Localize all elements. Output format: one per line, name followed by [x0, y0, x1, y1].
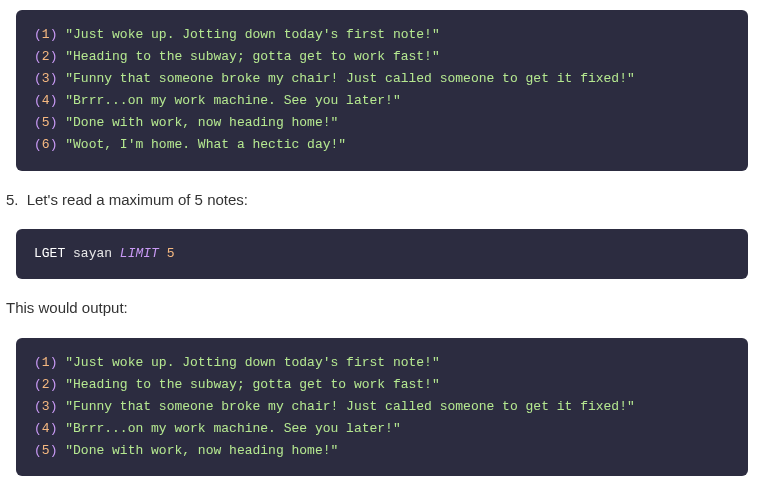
- line-index: 2: [42, 49, 50, 64]
- line-string: "Just woke up. Jotting down today's firs…: [65, 27, 439, 42]
- paren-close: ): [50, 93, 58, 108]
- line-string: "Done with work, now heading home!": [65, 443, 338, 458]
- line-index: 5: [42, 443, 50, 458]
- output-line: (1) "Just woke up. Jotting down today's …: [34, 352, 730, 374]
- line-index: 3: [42, 71, 50, 86]
- line-index: 2: [42, 377, 50, 392]
- keyword-lget: LGET: [34, 246, 65, 261]
- paren-close: ): [50, 377, 58, 392]
- paren-open: (: [34, 71, 42, 86]
- output-line: (4) "Brrr...on my work machine. See you …: [34, 418, 730, 440]
- paren-open: (: [34, 115, 42, 130]
- output-line: (3) "Funny that someone broke my chair! …: [34, 396, 730, 418]
- paren-close: ): [50, 71, 58, 86]
- paren-close: ): [50, 421, 58, 436]
- line-string: "Funny that someone broke my chair! Just…: [65, 399, 635, 414]
- line-string: "Brrr...on my work machine. See you late…: [65, 93, 400, 108]
- line-string: "Heading to the subway; gotta get to wor…: [65, 377, 439, 392]
- paren-open: (: [34, 49, 42, 64]
- line-string: "Just woke up. Jotting down today's firs…: [65, 355, 439, 370]
- output-line: (1) "Just woke up. Jotting down today's …: [34, 24, 730, 46]
- keyword-limit: LIMIT: [120, 246, 159, 261]
- line-index: 6: [42, 137, 50, 152]
- line-index: 1: [42, 355, 50, 370]
- output-label: This would output:: [6, 297, 758, 320]
- limit-number: 5: [167, 246, 175, 261]
- paren-close: ): [50, 115, 58, 130]
- paren-close: ): [50, 443, 58, 458]
- step-5-text: 5. Let's read a maximum of 5 notes:: [6, 189, 758, 212]
- step-description: Let's read a maximum of 5 notes:: [27, 191, 248, 208]
- step-number: 5.: [6, 191, 19, 208]
- output-line: (5) "Done with work, now heading home!": [34, 112, 730, 134]
- code-block-output-full: (1) "Just woke up. Jotting down today's …: [16, 10, 748, 171]
- code-block-output-limited: (1) "Just woke up. Jotting down today's …: [16, 338, 748, 476]
- paren-open: (: [34, 421, 42, 436]
- paren-open: (: [34, 377, 42, 392]
- paren-open: (: [34, 355, 42, 370]
- line-string: "Heading to the subway; gotta get to wor…: [65, 49, 439, 64]
- paren-close: ): [50, 355, 58, 370]
- line-index: 4: [42, 93, 50, 108]
- paren-close: ): [50, 399, 58, 414]
- line-index: 4: [42, 421, 50, 436]
- code-block-command: LGET sayan LIMIT 5: [16, 229, 748, 279]
- paren-open: (: [34, 93, 42, 108]
- line-index: 3: [42, 399, 50, 414]
- paren-open: (: [34, 443, 42, 458]
- paren-open: (: [34, 399, 42, 414]
- line-index: 1: [42, 27, 50, 42]
- identifier: sayan: [73, 246, 112, 261]
- line-string: "Done with work, now heading home!": [65, 115, 338, 130]
- paren-close: ): [50, 27, 58, 42]
- output-line: (3) "Funny that someone broke my chair! …: [34, 68, 730, 90]
- line-string: "Brrr...on my work machine. See you late…: [65, 421, 400, 436]
- output-line: (5) "Done with work, now heading home!": [34, 440, 730, 462]
- output-line: (4) "Brrr...on my work machine. See you …: [34, 90, 730, 112]
- output-line: (6) "Woot, I'm home. What a hectic day!": [34, 134, 730, 156]
- paren-open: (: [34, 27, 42, 42]
- line-index: 5: [42, 115, 50, 130]
- paren-open: (: [34, 137, 42, 152]
- paren-close: ): [50, 49, 58, 64]
- output-line: (2) "Heading to the subway; gotta get to…: [34, 46, 730, 68]
- line-string: "Funny that someone broke my chair! Just…: [65, 71, 635, 86]
- command-line: LGET sayan LIMIT 5: [34, 243, 730, 265]
- line-string: "Woot, I'm home. What a hectic day!": [65, 137, 346, 152]
- output-line: (2) "Heading to the subway; gotta get to…: [34, 374, 730, 396]
- paren-close: ): [50, 137, 58, 152]
